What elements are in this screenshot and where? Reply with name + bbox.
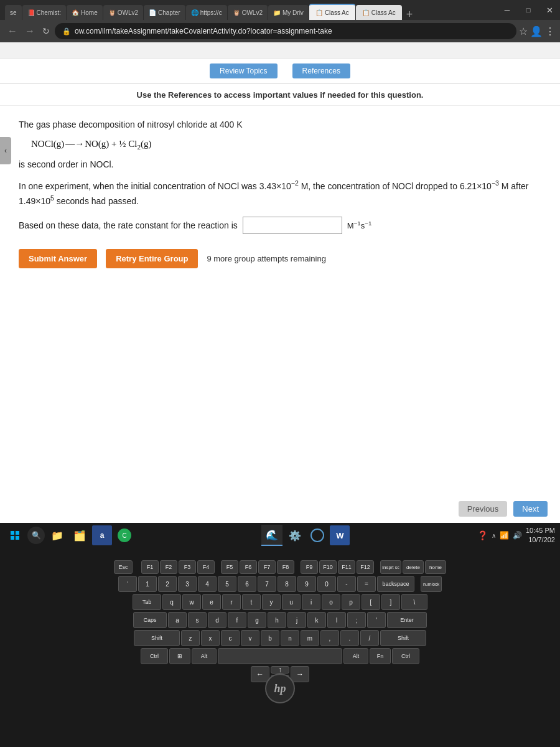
key-backslash[interactable]: \ [401,594,427,610]
key-m[interactable]: m [301,630,319,646]
taskbar-icon-blue-square[interactable]: a [92,525,112,545]
left-panel-toggle[interactable]: ‹ [0,137,11,164]
key-o[interactable]: o [322,594,340,610]
key-j[interactable]: j [287,612,306,628]
key-f4[interactable]: F4 [197,560,215,574]
key-enter[interactable]: Enter [387,612,427,628]
key-9[interactable]: 9 [297,576,316,592]
key-a[interactable]: a [168,612,187,628]
key-b[interactable]: b [261,630,279,646]
key-c[interactable]: c [221,630,240,646]
browser-tab-class-ac-1[interactable]: 📋 Class Ac [309,4,355,20]
browser-tab-mydriv[interactable]: 📁 My Driv [268,5,309,20]
reload-button[interactable]: ↻ [40,24,52,39]
key-f[interactable]: f [228,612,246,628]
key-caps[interactable]: Caps [133,612,167,628]
key-space[interactable] [218,648,342,664]
taskbar-icon-green-circle[interactable]: C [114,525,134,545]
key-up-arrow[interactable]: ↑ [271,666,289,674]
key-w[interactable]: w [182,594,201,610]
retry-entire-group-button[interactable]: Retry Entire Group [106,249,198,268]
maximize-button[interactable]: □ [518,0,539,20]
taskbar-search-button[interactable]: 🔍 [27,527,45,544]
key-fn[interactable]: Fn [370,648,391,664]
key-alt-left[interactable]: Alt [192,648,217,664]
rate-constant-input[interactable] [243,217,342,234]
taskbar-browser-icon[interactable]: 🌊 [261,525,282,546]
start-button[interactable] [5,525,25,545]
key-rbracket[interactable]: ] [381,594,400,610]
key-v[interactable]: v [241,630,259,646]
taskbar-w-icon[interactable]: W [330,525,350,545]
key-e[interactable]: e [202,594,221,610]
key-1[interactable]: 1 [138,576,157,592]
key-minus[interactable]: - [337,576,356,592]
key-3[interactable]: 3 [178,576,197,592]
key-prtsc[interactable]: insprt sc [380,560,401,574]
key-2[interactable]: 2 [158,576,177,592]
key-esc[interactable]: Esc [114,560,133,574]
key-4[interactable]: 4 [198,576,217,592]
key-d[interactable]: d [208,612,226,628]
taskbar-chrome-icon[interactable]: ⚙️ [285,525,305,545]
key-6[interactable]: 6 [238,576,256,592]
key-r[interactable]: r [222,594,241,610]
taskbar-icon-app2[interactable]: 🗂️ [70,525,90,545]
review-topics-button[interactable]: Review Topics [210,63,277,78]
key-f6[interactable]: F6 [240,560,257,574]
bookmark-star-button[interactable]: ☆ [519,26,528,37]
browser-tab-home[interactable]: 🏠 Home [67,5,103,20]
key-backtick[interactable]: ` [118,576,137,592]
key-comma[interactable]: , [320,630,339,646]
key-quote[interactable]: ' [367,612,386,628]
taskbar-icon-files[interactable]: 📁 [47,525,67,545]
next-button[interactable]: Next [513,501,548,517]
key-g[interactable]: g [248,612,266,628]
key-win[interactable]: ⊞ [169,648,190,664]
key-period[interactable]: . [340,630,359,646]
key-f2[interactable]: F2 [160,560,177,574]
key-h[interactable]: h [268,612,286,628]
key-f1[interactable]: F1 [141,560,159,574]
key-f5[interactable]: F5 [221,560,238,574]
key-q[interactable]: q [162,594,181,610]
key-right-arrow[interactable]: → [291,666,309,682]
key-f9[interactable]: F9 [301,560,318,574]
browser-tab-https[interactable]: 🌐 https://c [186,5,227,20]
submit-answer-button[interactable]: Submit Answer [19,249,97,268]
key-7[interactable]: 7 [258,576,276,592]
key-f10[interactable]: F10 [319,560,337,574]
key-semicolon[interactable]: ; [347,612,366,628]
profile-button[interactable]: 👤 [530,26,543,37]
key-f11[interactable]: F11 [338,560,355,574]
key-home[interactable]: home [425,560,446,574]
key-s[interactable]: s [188,612,207,628]
browser-tab-owlv2-2[interactable]: 🦉 OWLv2 [228,5,268,20]
browser-tab-class-ac-2[interactable]: 📋 Class Ac [356,5,402,20]
key-lbracket[interactable]: [ [362,594,380,610]
key-x[interactable]: x [201,630,220,646]
address-bar[interactable]: 🔒 ow.com/ilrn/takeAssignment/takeCovalen… [55,23,516,39]
key-num-lock[interactable]: numlock [421,576,442,592]
key-tab[interactable]: Tab [133,594,161,610]
browser-tab-chemist[interactable]: 📕 Chemist: [22,5,66,20]
browser-tab-se[interactable]: se [5,5,22,20]
browser-tab-chapter[interactable]: 📄 Chapter [144,5,185,20]
key-alt-right[interactable]: Alt [343,648,368,664]
key-p[interactable]: p [342,594,360,610]
key-z[interactable]: z [181,630,200,646]
key-5[interactable]: 5 [218,576,236,592]
key-shift-right[interactable]: Shift [380,630,426,646]
key-f7[interactable]: F7 [258,560,276,574]
key-i[interactable]: i [302,594,320,610]
key-equals[interactable]: = [357,576,376,592]
key-8[interactable]: 8 [278,576,296,592]
key-backspace[interactable]: backspace [377,576,414,592]
key-left-arrow[interactable]: ← [251,666,269,682]
key-ctrl-left[interactable]: Ctrl [141,648,168,664]
key-delete[interactable]: delete [403,560,424,574]
forward-button[interactable]: → [22,23,37,39]
back-button[interactable]: ← [5,23,20,39]
key-0[interactable]: 0 [317,576,336,592]
key-l[interactable]: l [327,612,346,628]
